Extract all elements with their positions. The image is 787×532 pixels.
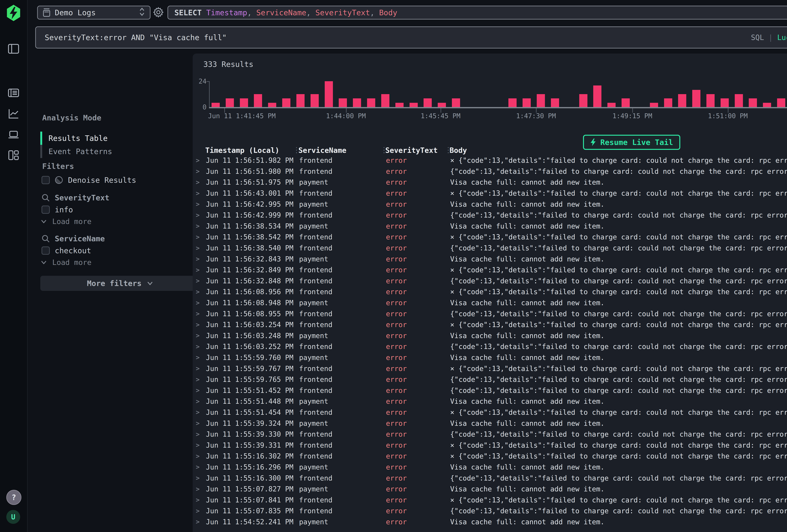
table-row[interactable]: >Jun 11 1:55:51.452 PMfrontenderror{"cod… <box>193 385 787 396</box>
histogram-bar[interactable] <box>579 94 588 107</box>
col-timestamp[interactable]: Timestamp (Local) <box>205 146 279 154</box>
row-expand-icon[interactable]: > <box>193 277 206 284</box>
histogram-bar[interactable] <box>381 94 389 107</box>
user-avatar[interactable]: U <box>6 510 20 524</box>
search-logs-icon[interactable] <box>7 87 20 99</box>
histogram-bar[interactable] <box>409 103 418 107</box>
mode-event-patterns[interactable]: Event Patterns <box>48 145 112 158</box>
table-row[interactable]: >Jun 11 1:55:07.841 PMfrontenderror× {"c… <box>193 494 787 505</box>
filter-option-info[interactable]: info <box>42 205 73 214</box>
filter-checkbox[interactable] <box>42 206 50 214</box>
histogram-bar[interactable] <box>678 94 686 107</box>
table-row[interactable]: >Jun 11 1:56:08.948 PMpaymenterrorVisa c… <box>193 297 787 308</box>
histogram-bar[interactable] <box>353 98 361 107</box>
table-row[interactable]: >Jun 11 1:55:39.330 PMfrontenderror{"cod… <box>193 429 787 440</box>
histogram-bar[interactable] <box>523 98 531 107</box>
table-row[interactable]: >Jun 11 1:56:03.252 PMfrontenderror{"cod… <box>193 341 787 352</box>
col-body[interactable]: Body <box>449 146 467 154</box>
histogram-bar[interactable] <box>339 98 347 107</box>
table-row[interactable]: >Jun 11 1:55:39.324 PMpaymenterrorVisa c… <box>193 418 787 429</box>
row-expand-icon[interactable]: > <box>193 420 206 427</box>
histogram-bar[interactable] <box>763 103 771 107</box>
table-row[interactable]: >Jun 11 1:55:16.300 PMfrontenderror{"cod… <box>193 472 787 484</box>
filter-checkbox[interactable] <box>42 247 50 255</box>
row-expand-icon[interactable]: > <box>193 299 206 306</box>
row-expand-icon[interactable]: > <box>193 496 206 504</box>
histogram-bar[interactable] <box>367 98 375 107</box>
row-expand-icon[interactable]: > <box>193 442 206 449</box>
histogram-bar[interactable] <box>296 94 304 107</box>
col-servicename[interactable]: ServiceName <box>298 146 346 154</box>
source-select[interactable]: Demo Logs <box>37 6 150 20</box>
denoise-checkbox[interactable] <box>42 176 50 184</box>
histogram-bar[interactable] <box>396 103 404 107</box>
histogram-bar[interactable] <box>721 98 729 107</box>
row-expand-icon[interactable]: > <box>193 452 206 460</box>
histogram-bar[interactable] <box>325 81 333 107</box>
histogram-bar[interactable] <box>621 98 630 107</box>
table-row[interactable]: >Jun 11 1:56:38.542 PMfrontenderror× {"c… <box>193 232 787 242</box>
row-expand-icon[interactable]: > <box>193 365 206 372</box>
table-row[interactable]: >Jun 11 1:56:08.955 PMfrontenderror{"cod… <box>193 308 787 319</box>
histogram-bar[interactable] <box>593 85 601 107</box>
row-expand-icon[interactable]: > <box>193 212 206 219</box>
histogram-bar[interactable] <box>551 98 559 107</box>
histogram-bar[interactable] <box>212 103 220 107</box>
sessions-icon[interactable] <box>7 128 20 141</box>
more-filters-button[interactable]: More filters <box>40 276 200 291</box>
lucene-toggle[interactable]: Lucene <box>777 33 787 42</box>
row-expand-icon[interactable]: > <box>193 255 206 262</box>
row-expand-icon[interactable]: > <box>193 518 206 525</box>
histogram-bar[interactable] <box>240 98 248 107</box>
table-row[interactable]: >Jun 11 1:56:51.980 PMfrontenderror{"cod… <box>193 166 787 177</box>
row-expand-icon[interactable]: > <box>193 343 206 350</box>
histogram-bar[interactable] <box>438 103 446 107</box>
table-row[interactable]: >Jun 11 1:56:32.848 PMfrontenderror{"cod… <box>193 275 787 286</box>
table-row[interactable]: >Jun 11 1:55:51.448 PMpaymenterrorVisa c… <box>193 396 787 407</box>
results-histogram[interactable]: 24 0 Jun 11 1:41:45 PM1:44:00 PM1:45:45 … <box>193 54 787 118</box>
histogram-bar[interactable] <box>735 94 743 107</box>
row-expand-icon[interactable]: > <box>193 507 206 514</box>
denoise-label[interactable]: Denoise Results <box>68 176 136 185</box>
filter-group-servicename[interactable]: ServiceName <box>42 234 105 243</box>
histogram-bar[interactable] <box>282 98 291 107</box>
load-more-button[interactable]: Load more <box>40 217 91 226</box>
help-button[interactable]: ? <box>6 490 21 505</box>
dashboards-icon[interactable] <box>7 149 20 161</box>
row-expand-icon[interactable]: > <box>193 485 206 493</box>
table-row[interactable]: >Jun 11 1:56:42.999 PMfrontenderror{"cod… <box>193 210 787 221</box>
row-expand-icon[interactable]: > <box>193 332 206 339</box>
table-row[interactable]: >Jun 11 1:55:59.765 PMfrontenderror{"cod… <box>193 374 787 385</box>
row-expand-icon[interactable]: > <box>193 190 206 197</box>
histogram-bar[interactable] <box>664 98 672 107</box>
histogram-bar[interactable] <box>254 94 262 107</box>
sidebar-toggle-icon[interactable] <box>7 43 20 55</box>
select-clause-input[interactable]: SELECT Timestamp, ServiceName, SeverityT… <box>168 6 787 20</box>
row-expand-icon[interactable]: > <box>193 409 206 416</box>
search-input[interactable]: SeverityText:error AND "Visa cache full"… <box>35 26 787 48</box>
histogram-bar[interactable] <box>452 98 460 107</box>
table-row[interactable]: >Jun 11 1:56:51.975 PMpaymenterrorVisa c… <box>193 177 787 188</box>
app-logo-icon[interactable] <box>5 4 22 21</box>
row-expand-icon[interactable]: > <box>193 200 206 208</box>
table-row[interactable]: >Jun 11 1:55:51.454 PMfrontenderror× {"c… <box>193 407 787 418</box>
table-row[interactable]: >Jun 11 1:56:32.843 PMpaymenterrorVisa c… <box>193 253 787 264</box>
row-expand-icon[interactable]: > <box>193 157 206 164</box>
row-expand-icon[interactable]: > <box>193 354 206 361</box>
row-expand-icon[interactable]: > <box>193 244 206 252</box>
histogram-bar[interactable] <box>692 90 700 107</box>
row-expand-icon[interactable]: > <box>193 233 206 241</box>
row-expand-icon[interactable]: > <box>193 168 206 175</box>
table-row[interactable]: >Jun 11 1:55:07.827 PMpaymenterrorVisa c… <box>193 484 787 494</box>
row-expand-icon[interactable]: > <box>193 288 206 295</box>
table-row[interactable]: >Jun 11 1:54:52.241 PMpaymenterrorVisa c… <box>193 516 787 528</box>
row-expand-icon[interactable]: > <box>193 222 206 230</box>
gear-icon[interactable] <box>153 7 164 18</box>
col-severitytext[interactable]: SeverityText <box>385 146 438 154</box>
table-row[interactable]: >Jun 11 1:56:08.956 PMfrontenderror× {"c… <box>193 286 787 297</box>
row-expand-icon[interactable]: > <box>193 431 206 438</box>
histogram-bar[interactable] <box>537 94 545 107</box>
row-expand-icon[interactable]: > <box>193 463 206 471</box>
row-expand-icon[interactable]: > <box>193 376 206 383</box>
row-expand-icon[interactable]: > <box>193 387 206 394</box>
